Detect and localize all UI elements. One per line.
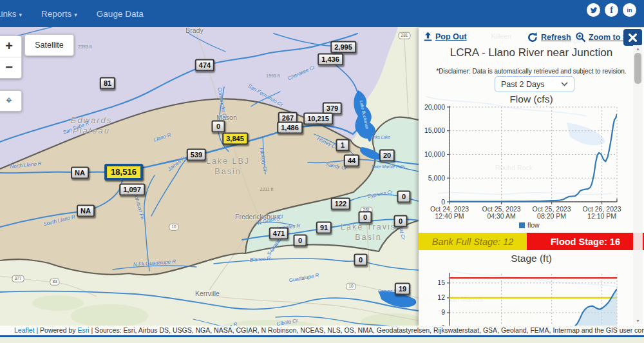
gauge-marker[interactable]: 1,436 <box>317 54 343 66</box>
gauge-marker[interactable]: 44 <box>344 155 359 167</box>
close-icon <box>629 34 637 42</box>
gauge-marker[interactable]: NA <box>71 167 89 179</box>
gauge-marker[interactable]: 10,215 <box>303 113 333 125</box>
pop-out-icon <box>423 32 433 41</box>
river-label: Honey Cr <box>316 136 338 151</box>
refresh-button[interactable]: Refresh <box>527 32 571 43</box>
locate-icon: ⌖ <box>6 94 12 106</box>
locate-button[interactable]: ⌖ <box>0 90 22 112</box>
svg-text:20,000: 20,000 <box>424 104 445 111</box>
satellite-layer-button[interactable]: Satellite <box>24 34 74 56</box>
stage-chart-title: Stage (ft) <box>419 253 644 264</box>
gauge-marker-selected[interactable]: 18,516 <box>104 164 143 181</box>
map-zoom-control[interactable]: + − <box>0 35 22 79</box>
river-label: San Fernando Cr <box>247 83 284 108</box>
river-label: James R <box>167 155 186 173</box>
town-label-kerrville: Kerrville <box>195 289 220 297</box>
gauge-marker[interactable]: 539 <box>187 149 206 161</box>
time-range-value: Past 2 Days <box>501 80 544 89</box>
nav-item-reports[interactable]: Reports▾ <box>41 9 77 19</box>
gauge-marker[interactable]: 1,097 <box>119 184 145 196</box>
map-attribution: Leaflet | Powered by Esri | Sources: Esr… <box>0 326 644 335</box>
chevron-down-icon <box>561 82 568 86</box>
scroll-down-arrow[interactable]: ▼ <box>633 318 643 323</box>
gauge-marker[interactable]: 2,995 <box>330 41 356 54</box>
gauge-marker[interactable]: 81 <box>100 77 115 90</box>
basin-label: Lake LBJBasin <box>206 157 250 177</box>
river-label: Hickory Cr <box>258 148 268 172</box>
zoom-to-site-icon <box>575 32 586 43</box>
leaflet-link[interactable]: Leaflet <box>14 326 35 334</box>
svg-text:15: 15 <box>437 279 445 286</box>
linkedin-icon[interactable]: in <box>623 3 636 17</box>
caret-down-icon: ▾ <box>19 12 23 18</box>
elevation-label: 2211 ft <box>260 187 274 191</box>
river-label: Cherokee Cr <box>287 64 316 82</box>
gauge-marker[interactable]: 0 <box>397 191 411 203</box>
svg-text:12:40 PM: 12:40 PM <box>435 212 464 220</box>
river-label: South Llano R <box>43 214 75 228</box>
gauge-marker[interactable]: 471 <box>269 228 289 240</box>
zoom-out-button[interactable]: − <box>0 57 21 78</box>
time-range-select[interactable]: Past 2 Days <box>495 76 574 92</box>
disclaimer-text: *Disclaimer: Data is automatically retri… <box>419 68 644 75</box>
river-label: Johnson Fk <box>133 193 146 220</box>
twitter-icon[interactable] <box>587 3 600 17</box>
attribution-sources: | Sources: Esri, Airbus DS, USGS, NGA, N… <box>90 326 644 334</box>
svg-text:flow: flow <box>527 221 540 229</box>
gauge-marker[interactable]: 474 <box>195 59 214 72</box>
gauge-marker[interactable]: 122 <box>331 198 350 210</box>
highway-shield-281: 281 <box>399 32 411 39</box>
gauge-marker[interactable]: 1 <box>336 139 350 152</box>
refresh-icon <box>527 32 538 43</box>
site-title: LCRA - Llano River near Junction <box>419 46 644 59</box>
nav-item-links[interactable]: Links▾ <box>0 9 22 19</box>
nav-item-gauge-data[interactable]: Gauge Data <box>97 9 144 19</box>
town-label-brady: Brady <box>185 26 203 34</box>
gauge-detail-panel: Pop Out Refresh Zoom to Site LCRA - Llan… <box>419 28 644 326</box>
gauge-marker[interactable]: NA <box>77 205 95 217</box>
svg-text:0: 0 <box>441 198 445 206</box>
river-label: Cypress Cr <box>367 189 393 199</box>
nav-menu: Links▾Reports▾Gauge Data <box>0 9 144 19</box>
zoom-in-button[interactable]: + <box>0 36 21 57</box>
gauge-marker[interactable]: 3,845 <box>222 133 248 145</box>
lake-label: Lake Buchanan <box>359 100 370 130</box>
highway-shield-10: 10 <box>169 224 178 231</box>
flow-chart: 05,00010,00015,00020,000Oct 24, 202312:4… <box>419 104 644 233</box>
highway-shield-377: 377 <box>12 275 24 282</box>
gauge-marker[interactable]: 0 <box>212 121 225 133</box>
scroll-thumb[interactable] <box>634 53 641 84</box>
scroll-up-arrow[interactable]: ▲ <box>633 46 643 51</box>
facebook-icon[interactable]: f <box>605 3 618 17</box>
gauge-marker[interactable]: 20 <box>379 150 395 162</box>
gauge-marker[interactable]: 19 <box>395 283 410 295</box>
basin-label: Lake TravisBasin <box>341 222 396 242</box>
elevation-label: 2393 ft <box>78 44 91 49</box>
panel-scrollbar[interactable]: ▲ ▼ <box>633 45 643 324</box>
esri-link[interactable]: Esri <box>77 326 89 334</box>
gauge-marker[interactable]: 0 <box>359 211 372 224</box>
bank-full-stage-bar: Bank Full Stage: 12 <box>419 233 527 250</box>
caret-down-icon: ▾ <box>74 12 77 18</box>
svg-text:15,000: 15,000 <box>424 126 445 134</box>
elevation-label: 1995 ft <box>266 74 279 78</box>
svg-text:9: 9 <box>441 308 445 316</box>
gauge-marker[interactable]: 0 <box>394 215 408 228</box>
gauge-marker[interactable]: 0 <box>354 254 368 266</box>
river-label: N Fk Guadalupe R <box>133 259 176 268</box>
stage-threshold-bars: Bank Full Stage: 12 Flood Stage: 16 <box>419 233 644 250</box>
gauge-marker[interactable]: 91 <box>316 222 332 234</box>
social-icons: fin <box>587 3 636 17</box>
svg-text:12:10 PM: 12:10 PM <box>587 212 616 220</box>
pop-out-button[interactable]: Pop Out <box>423 32 467 41</box>
attribution-text: | Powered by <box>35 326 78 334</box>
close-panel-button[interactable] <box>623 29 642 46</box>
lake-label: Lake Marble Falls <box>372 164 404 169</box>
gauge-marker[interactable]: 1,486 <box>277 122 303 134</box>
highway-shield-10: 10 <box>346 283 355 290</box>
gauge-marker[interactable]: 0 <box>294 235 307 247</box>
stage-chart: 691215 <box>419 268 644 326</box>
svg-text:04:30 AM: 04:30 AM <box>487 212 515 220</box>
river-label: Blanco R <box>249 255 270 262</box>
